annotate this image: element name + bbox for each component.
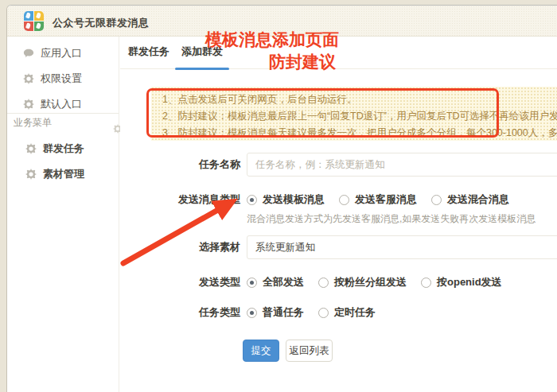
- back-to-list-button[interactable]: 返回列表: [286, 340, 333, 362]
- message-type-hint: 混合消息发送方式为先发送客服消息,如果发送失败再次发送模板消息: [247, 212, 536, 226]
- gear-icon: [25, 169, 37, 180]
- radio-icon: [247, 195, 257, 205]
- task-name-label: 任务名称: [120, 153, 240, 177]
- annotation-advice-title: 防封建议: [269, 51, 336, 73]
- sidebar-divider: [7, 113, 119, 114]
- sidebar-item-material-manage[interactable]: 素材管理: [7, 162, 119, 186]
- notice-line: 3、防封建议：模板消息每天建议最多发一次，把用户分成多个分组，每个300-100…: [162, 125, 557, 142]
- sidebar-item-label: 应用入口: [41, 46, 82, 60]
- radio-send-all[interactable]: 全部发送: [247, 275, 304, 289]
- material-label: 选择素材: [120, 235, 240, 259]
- app-title: 公众号无限群发消息: [53, 16, 150, 30]
- sidebar-item-app-entry[interactable]: 应用入口: [7, 41, 119, 65]
- material-select[interactable]: 系统更新通知: [247, 235, 557, 259]
- anti-ban-notice: 1、点击发送后可关闭网页，后台自动运行。 2、防封建议：模板消息最后跟上一句“回…: [151, 87, 557, 141]
- radio-icon: [318, 278, 329, 288]
- radio-normal-task[interactable]: 普通任务: [247, 305, 304, 320]
- notice-line: 2、防封建议：模板消息最后跟上一句“回复TD退订”，用户回复后TD可选择不再给该…: [162, 108, 557, 125]
- radio-scheduled-task[interactable]: 定时任务: [318, 305, 376, 320]
- sidebar-item-mass-send-tasks[interactable]: 群发任务: [7, 137, 119, 161]
- sidebar-item-permissions[interactable]: 权限设置: [7, 67, 119, 91]
- radio-icon: [339, 195, 349, 205]
- sidebar-item-label: 素材管理: [43, 167, 84, 181]
- radio-icon: [431, 195, 442, 205]
- radio-send-by-openid[interactable]: 按openid发送: [421, 275, 502, 289]
- radio-send-mixed-message[interactable]: 发送混合消息: [431, 192, 509, 207]
- radio-send-service-message[interactable]: 发送客服消息: [339, 192, 417, 207]
- submit-button[interactable]: 提交: [243, 340, 279, 362]
- notice-line: 1、点击发送后可关闭网页，后台自动运行。: [162, 91, 557, 108]
- radio-icon: [318, 308, 329, 318]
- radio-send-template-message[interactable]: 发送模板消息: [247, 192, 325, 207]
- gear-icon: [23, 73, 34, 84]
- send-type-label: 发送类型: [120, 270, 240, 294]
- radio-send-by-fan-group[interactable]: 按粉丝分组发送: [318, 275, 407, 289]
- message-type-label: 发送消息类型: [120, 188, 240, 212]
- annotation-page-title: 模板消息添加页面: [205, 29, 339, 51]
- task-type-label: 任务类型: [120, 301, 240, 324]
- gear-icon: [23, 99, 34, 110]
- sidebar-item-label: 默认入口: [41, 97, 82, 111]
- gear-icon: [25, 143, 37, 154]
- sidebar-section-label: 业务菜单: [14, 116, 52, 130]
- task-name-input[interactable]: [247, 153, 557, 177]
- chat-bubble-icon: [23, 48, 34, 59]
- radio-icon: [247, 308, 257, 318]
- tab-mass-send-tasks[interactable]: 群发任务: [127, 37, 170, 69]
- sidebar-item-label: 群发任务: [43, 142, 84, 156]
- sidebar-item-label: 权限设置: [41, 72, 82, 86]
- app-logo-icon: [24, 11, 44, 31]
- main-content: 群发任务 添加群发 1、点击发送后可关闭网页，后台自动运行。 2、防封建议：模板…: [120, 37, 557, 392]
- sidebar: 应用入口 权限设置 默认入口 业务菜单 群发任务 素材管理: [7, 37, 119, 392]
- radio-icon: [247, 278, 257, 288]
- radio-icon: [421, 278, 431, 288]
